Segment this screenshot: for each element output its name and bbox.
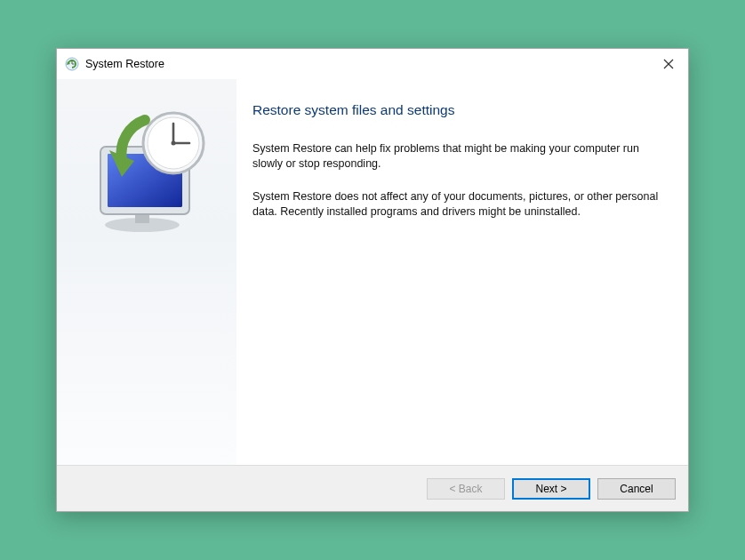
next-button[interactable]: Next > [512,478,590,500]
window-title: System Restore [85,58,164,70]
system-restore-hero-icon [76,102,218,247]
wizard-content: Restore system files and settings System… [236,79,688,465]
dialog-footer: < Back Next > Cancel [57,465,688,511]
dialog-body: Restore system files and settings System… [57,79,688,465]
intro-paragraph-1: System Restore can help fix problems tha… [252,141,663,172]
intro-paragraph-2: System Restore does not affect any of yo… [252,189,663,220]
cancel-button[interactable]: Cancel [597,478,676,500]
wizard-sidebar [57,79,236,465]
close-button[interactable] [649,51,688,77]
back-button: < Back [427,478,505,500]
system-restore-icon [64,56,80,72]
svg-point-15 [172,141,176,146]
close-icon [663,59,674,69]
system-restore-dialog: System Restore [56,48,689,512]
page-heading: Restore system files and settings [252,102,663,118]
titlebar: System Restore [57,49,688,79]
